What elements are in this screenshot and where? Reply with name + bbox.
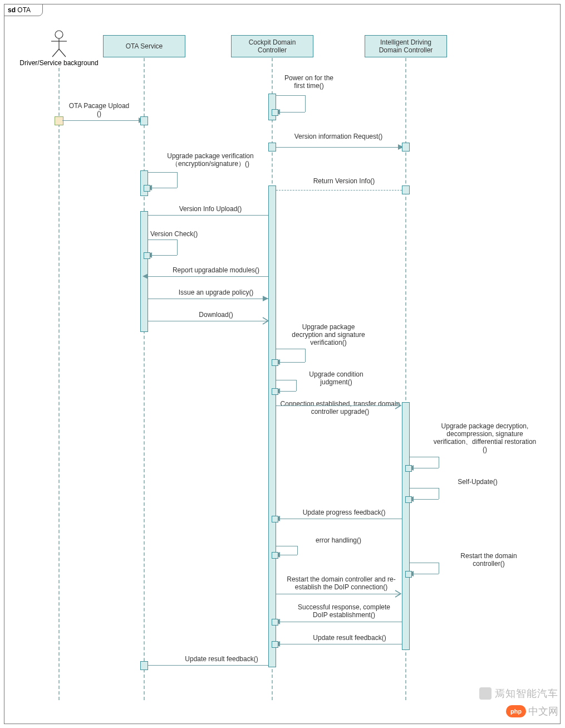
msg-restart-idc: Restart the domain controller() (439, 552, 539, 568)
msg-upd-res-fb2: Update result feedback() (166, 655, 277, 663)
msg-download: Download() (183, 311, 249, 319)
php-badge: php (506, 705, 526, 717)
msg-upg-cond: Upgrade condition judgment() (297, 370, 375, 386)
svg-line-4 (59, 49, 66, 57)
watermark-2: php 中文网 (506, 705, 558, 718)
act-cdc-main (268, 185, 276, 667)
self-act-err (272, 552, 278, 559)
self-act-poweron (272, 109, 278, 116)
self-act-verify (144, 185, 150, 192)
act-cdc-res1 (272, 641, 278, 648)
actor-figure (48, 30, 70, 58)
act-ota-1 (140, 116, 148, 125)
act-ota-final (140, 661, 148, 670)
msg-version-check: Version Check() (150, 230, 217, 238)
msg-err-handle: error handling() (299, 536, 377, 544)
svg-point-0 (55, 31, 63, 38)
act-ota-verify (140, 170, 148, 196)
msg-ver-upload: Version Info Upload() (166, 205, 255, 213)
msg-self-update: Self-Update() (439, 478, 517, 486)
msg-idc-decrypt: Upgrade package decryption, decompressio… (415, 422, 554, 453)
found-marker (55, 116, 63, 125)
act-ota-main (140, 211, 148, 332)
act-cdc-poweron (268, 94, 276, 120)
watermark-1: 焉知智能汽车 (479, 687, 558, 700)
act-cdc-verreq (268, 143, 276, 152)
act-idc-verreq (402, 143, 410, 152)
frame-tab: sd OTA (4, 4, 43, 16)
self-act-vercheck (144, 252, 150, 259)
msg-conn-est: Connection established, transfer domain … (271, 400, 410, 416)
act-idc-retver (402, 185, 410, 194)
msg-ver-req: Version information Request() (283, 133, 394, 140)
chat-icon (479, 687, 492, 700)
self-act-restart (405, 571, 412, 578)
lifeline-actor (58, 68, 60, 700)
msg-restart-doip: Restart the domain controller and re- es… (277, 575, 405, 591)
msg-ret-ver: Return Version Info() (294, 177, 394, 185)
msg-power-on: Power on for the first time() (276, 74, 342, 90)
msg-upg-verify: Upgrade package verification （encryption… (149, 152, 272, 168)
lifeline-idc: Intelligent Driving Domain Controller (365, 35, 447, 57)
lifeline-ota: OTA Service (103, 35, 185, 57)
act-cdc-prog (272, 516, 278, 522)
watermark-2-text: 中文网 (528, 705, 558, 718)
msg-succ-resp: Successful response, complete DoIP estab… (283, 603, 405, 619)
msg-upd-res-fb1: Update result feedback() (294, 634, 405, 642)
msg-ota-upload: OTA Pacage Upload () (66, 102, 132, 118)
msg-issue-policy: Issue an upgrade policy() (166, 289, 266, 296)
msg-upd-prog: Update progress feedback() (288, 509, 400, 516)
msg-report-upg: Report upgradable modules() (160, 266, 272, 274)
self-act-selfupd (405, 496, 412, 503)
svg-line-3 (52, 49, 59, 57)
act-cdc-succ (272, 619, 278, 626)
watermark-1-text: 焉知智能汽车 (495, 687, 558, 700)
lifeline-ota-dash (144, 58, 145, 700)
self-act-cond (272, 388, 278, 395)
msg-upg-decrypt-cdc: Upgrade package decryption and signature… (278, 323, 379, 346)
self-act-idc-dec (405, 465, 412, 472)
self-act-dec-cdc (272, 359, 278, 366)
lifeline-cockpit: Cockpit Domain Controller (231, 35, 313, 57)
actor-label: Driver/Service background (9, 59, 109, 67)
